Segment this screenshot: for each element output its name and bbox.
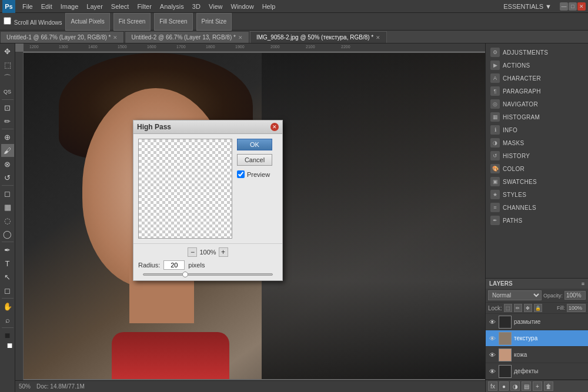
print-size-button[interactable]: Print Size (196, 13, 232, 31)
styles-row[interactable]: ★ STYLES (488, 188, 586, 201)
histogram-row[interactable]: ▦ HISTOGRAM (488, 110, 586, 123)
character-row[interactable]: A CHARACTER (488, 72, 586, 85)
paragraph-row[interactable]: ¶ PARAGRAPH (488, 85, 586, 98)
layer-0-visibility[interactable]: 👁 (488, 318, 496, 326)
gradient-tool[interactable]: ▦ (1, 200, 14, 213)
dialog-cancel-button[interactable]: Cancel (237, 154, 272, 166)
navigator-row[interactable]: ◎ NAVIGATOR (488, 98, 586, 110)
brush-tool[interactable]: 🖌 (1, 144, 14, 157)
pen-tool[interactable]: ✒ (1, 243, 14, 256)
zoom-tool[interactable]: ⌕ (1, 313, 14, 326)
menu-3d[interactable]: 3D (189, 2, 204, 11)
lock-transparent-button[interactable]: ⬚ (504, 304, 512, 312)
scroll-all-windows-checkbox[interactable] (4, 17, 11, 25)
actions-row[interactable]: ▶ ACTIONS (488, 59, 586, 72)
menu-filter[interactable]: Filter (133, 2, 155, 11)
layer-texture[interactable]: 👁 текстура (486, 330, 588, 347)
layer-fx-button[interactable]: fx (488, 381, 497, 391)
layers-panel-options[interactable]: ≡ (582, 281, 584, 287)
history-row[interactable]: ↺ HISTORY (488, 149, 586, 162)
close-button[interactable]: ✕ (577, 2, 586, 11)
info-row[interactable]: ℹ INFO (488, 123, 586, 136)
lock-paint-button[interactable]: ✏ (514, 304, 522, 312)
menu-view[interactable]: View (205, 2, 226, 11)
menu-layer[interactable]: Layer (83, 2, 106, 11)
dialog-zoom-value: 100% (199, 249, 216, 256)
zoom-in-button[interactable]: + (219, 247, 228, 257)
menu-help[interactable]: Help (259, 2, 279, 11)
quick-select-tool[interactable]: QS (1, 85, 14, 98)
actual-pixels-button[interactable]: Actual Pixels (65, 13, 109, 31)
layer-2-visibility[interactable]: 👁 (488, 351, 496, 359)
workspace-selector[interactable]: ESSENTIALS ▼ (499, 2, 556, 11)
healing-tool[interactable]: ⊕ (1, 130, 14, 143)
lock-all-button[interactable]: 🔒 (534, 304, 542, 312)
zoom-out-button[interactable]: − (188, 247, 197, 257)
blur-tool[interactable]: ◌ (1, 214, 14, 227)
shape-tool[interactable]: ◻ (1, 284, 14, 297)
swatches-row[interactable]: ▣ SWATCHES (488, 175, 586, 188)
radius-slider[interactable] (138, 272, 278, 277)
masks-row[interactable]: ◑ MASKS (488, 136, 586, 149)
menu-edit[interactable]: Edit (38, 2, 56, 11)
blend-mode-select[interactable]: Normal (488, 290, 542, 300)
tab-2-close[interactable]: ✕ (376, 35, 380, 41)
menu-window[interactable]: Window (228, 2, 258, 11)
tab-2[interactable]: IMG_9058-2.jpg @ 50% (текстура, RGB/8) *… (250, 31, 387, 43)
tab-0[interactable]: Untitled-1 @ 66.7% (Layer 20, RGB/8) * ✕ (0, 31, 124, 43)
layer-1-visibility[interactable]: 👁 (488, 334, 496, 343)
layer-delete-button[interactable]: 🗑 (544, 381, 553, 391)
layer-2-name: кожа (514, 351, 586, 358)
dialog-preview-label: Preview (247, 171, 270, 178)
menu-file[interactable]: File (19, 2, 36, 11)
lock-move-button[interactable]: ✥ (524, 304, 532, 312)
channels-row[interactable]: ≡ CHANNELS (488, 201, 586, 214)
tool-separator-4 (2, 242, 14, 242)
menu-image[interactable]: Image (57, 2, 82, 11)
eyedropper-tool[interactable]: ✏ (1, 115, 14, 128)
minimize-button[interactable]: — (560, 2, 568, 11)
maximize-button[interactable]: □ (569, 2, 577, 11)
fit-screen-button[interactable]: Fit Screen (113, 13, 151, 31)
layer-defects[interactable]: 👁 дефекты (486, 363, 588, 380)
eraser-tool[interactable]: ◻ (1, 187, 14, 200)
menu-select[interactable]: Select (108, 2, 133, 11)
slider-thumb[interactable] (182, 272, 188, 277)
move-tool[interactable]: ✥ (1, 45, 14, 58)
dialog-preview-checkbox[interactable] (237, 170, 245, 178)
adjustments-row[interactable]: ⚙ ADJUSTMENTS (488, 46, 586, 59)
tab-1-close[interactable]: ✕ (238, 35, 243, 41)
paths-row[interactable]: ✒ PATHS (488, 214, 586, 227)
background-color-swatch[interactable]: ■ (4, 339, 16, 352)
slider-track[interactable] (143, 273, 273, 276)
history-brush-tool[interactable]: ↺ (1, 171, 14, 184)
layer-razmiytie[interactable]: 👁 размытие (486, 314, 588, 330)
opacity-input[interactable] (564, 291, 586, 300)
scroll-all-windows-label[interactable]: Scroll All Windows (4, 17, 62, 26)
fill-input[interactable] (567, 304, 586, 312)
clone-tool[interactable]: ⊗ (1, 158, 14, 170)
color-row[interactable]: 🎨 COLOR (488, 162, 586, 175)
dodge-tool[interactable]: ◯ (1, 227, 14, 240)
dialog-ok-button[interactable]: OK (237, 139, 272, 150)
text-tool[interactable]: T (1, 257, 14, 270)
menu-analysis[interactable]: Analysis (156, 2, 188, 11)
layer-new-button[interactable]: + (533, 381, 542, 391)
layer-skin[interactable]: 👁 кожа (486, 347, 588, 363)
lasso-tool[interactable]: ⌒ (1, 72, 14, 85)
lock-label: Lock: (488, 305, 502, 311)
dialog-footer: − 100% + Radius: pixels (133, 243, 282, 280)
fill-screen-button[interactable]: Fill Screen (154, 13, 192, 31)
radius-input[interactable] (163, 260, 185, 270)
hand-tool[interactable]: ✋ (1, 300, 14, 313)
tab-1[interactable]: Untitled-2 @ 66.7% (Layer 13, RGB/8) * ✕ (125, 31, 249, 43)
layer-3-visibility[interactable]: 👁 (488, 367, 496, 376)
layer-adjustment-button[interactable]: ◑ (510, 381, 520, 391)
path-select-tool[interactable]: ↖ (1, 270, 14, 283)
layer-group-button[interactable]: ▤ (522, 381, 531, 391)
layer-mask-button[interactable]: ● (499, 381, 509, 391)
dialog-close-button[interactable]: ✕ (270, 123, 279, 131)
crop-tool[interactable]: ⊡ (1, 101, 14, 114)
marquee-tool[interactable]: ⬚ (1, 58, 14, 71)
tab-0-close[interactable]: ✕ (113, 35, 118, 41)
